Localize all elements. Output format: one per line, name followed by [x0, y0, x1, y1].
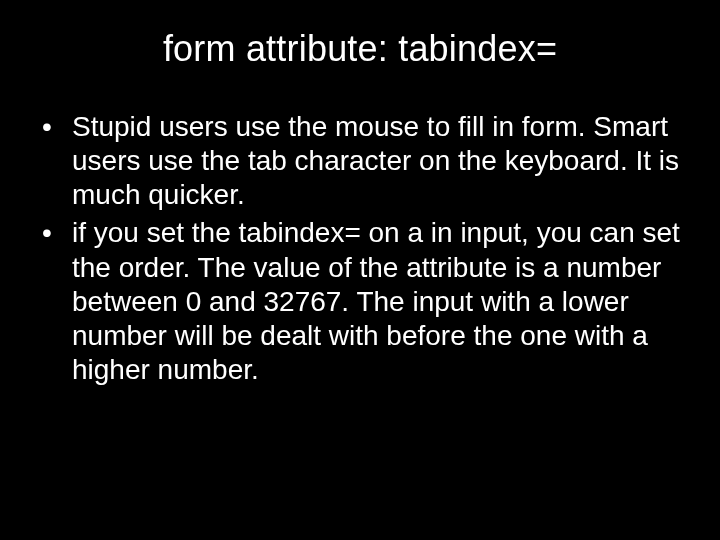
bullet-item: if you set the tabindex= on a in input, … — [34, 216, 686, 387]
bullet-item: Stupid users use the mouse to fill in fo… — [34, 110, 686, 212]
slide-title: form attribute: tabindex= — [30, 28, 690, 70]
bullet-list: Stupid users use the mouse to fill in fo… — [30, 110, 690, 387]
slide: form attribute: tabindex= Stupid users u… — [0, 0, 720, 540]
